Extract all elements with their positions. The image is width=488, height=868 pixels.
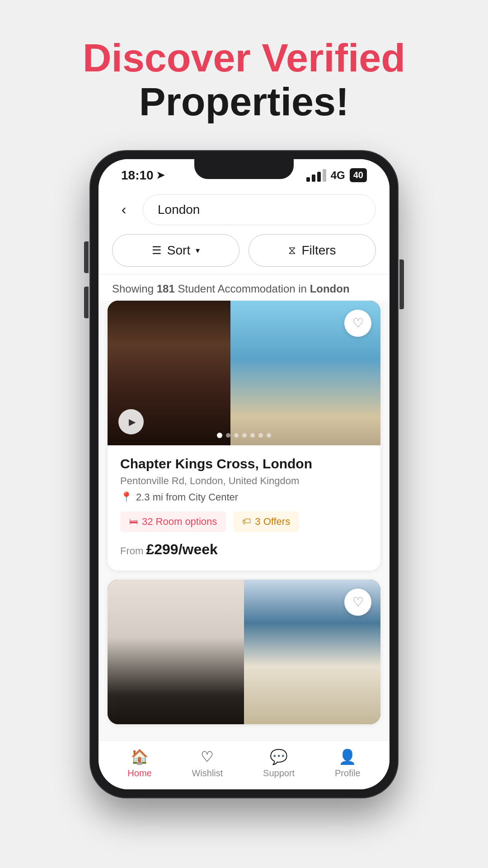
home-icon: 🏠 [131, 748, 149, 765]
search-section: ‹ London [99, 187, 389, 225]
sort-label: Sort [167, 243, 190, 258]
dot-2 [226, 433, 230, 438]
nav-item-profile[interactable]: 👤 Profile [335, 748, 361, 778]
nav-item-home[interactable]: 🏠 Home [127, 748, 151, 778]
dot-5 [250, 433, 255, 438]
nav-label-support: Support [263, 768, 295, 778]
card-info-1: Chapter Kings Cross, London Pentonville … [108, 445, 380, 571]
nav-item-support[interactable]: 💬 Support [263, 748, 295, 778]
phone-frame: 18:10 ➤ 4G 40 ‹ London [90, 151, 398, 797]
battery-indicator: 40 [350, 168, 367, 182]
nav-item-wishlist[interactable]: ♡ Wishlist [192, 748, 223, 778]
tag-icon: 🏷 [242, 516, 251, 527]
dot-4 [242, 433, 247, 438]
content-scroll: ▶ ♡ Chapter Ki [99, 301, 389, 741]
card-image-wrapper-2: ♡ [108, 580, 380, 724]
profile-icon: 👤 [338, 748, 357, 765]
search-input[interactable]: London [143, 194, 376, 225]
wishlist-button-1[interactable]: ♡ [344, 310, 371, 337]
card-image-2-left [108, 580, 244, 724]
heading-line1: Discover Verified [83, 36, 405, 80]
dot-1 [217, 433, 222, 438]
card-price-1: From £299/week [120, 541, 368, 558]
search-value: London [158, 203, 200, 217]
wishlist-icon: ♡ [201, 748, 214, 765]
location-arrow-icon: ➤ [156, 170, 164, 181]
property-card-2[interactable]: ♡ [108, 580, 380, 724]
nav-label-profile: Profile [335, 768, 361, 778]
tag-offers-1: 🏷 3 Offers [233, 511, 299, 532]
heart-icon-1: ♡ [352, 316, 364, 330]
status-time: 18:10 ➤ [121, 168, 164, 183]
card-image-1 [108, 301, 380, 445]
phone-notch [194, 159, 294, 179]
dot-6 [258, 433, 263, 438]
tag-rooms-1: 🛏 32 Room options [120, 511, 226, 532]
property-card-1[interactable]: ▶ ♡ Chapter Ki [108, 301, 380, 571]
filters-button[interactable]: ⧖ Filters [249, 234, 376, 267]
filter-row: ☰ Sort ▾ ⧖ Filters [99, 225, 389, 274]
nav-label-home: Home [127, 768, 151, 778]
price-value-1: £299/week [146, 541, 217, 557]
back-button[interactable]: ‹ [112, 198, 136, 222]
card-image-2 [108, 580, 380, 724]
nav-label-wishlist: Wishlist [192, 768, 223, 778]
bottom-nav: 🏠 Home ♡ Wishlist 💬 Support 👤 Profile [99, 741, 389, 789]
sort-button[interactable]: ☰ Sort ▾ [112, 234, 239, 267]
bed-icon: 🛏 [129, 516, 138, 527]
network-label: 4G [331, 169, 345, 182]
play-button-1[interactable]: ▶ [118, 409, 144, 434]
dot-7 [267, 433, 271, 438]
sort-icon: ☰ [152, 244, 162, 257]
heart-icon-2: ♡ [352, 594, 364, 609]
card-image-wrapper-1: ▶ ♡ [108, 301, 380, 445]
card-address-1: Pentonville Rd, London, United Kingdom [120, 475, 368, 487]
card-title-1: Chapter Kings Cross, London [120, 456, 368, 472]
phone-screen: 18:10 ➤ 4G 40 ‹ London [99, 159, 389, 789]
status-right: 4G 40 [306, 168, 367, 182]
filters-label: Filters [301, 243, 336, 258]
support-icon: 💬 [270, 748, 288, 765]
card-tags-1: 🛏 32 Room options 🏷 3 Offers [120, 511, 368, 532]
dot-3 [234, 433, 239, 438]
heading-line2: Properties! [83, 80, 405, 124]
play-icon: ▶ [129, 416, 136, 427]
back-icon: ‹ [122, 201, 127, 218]
sort-chevron-icon: ▾ [196, 245, 200, 255]
image-dots-1 [217, 433, 271, 438]
location-pin-icon-1: 📍 [120, 491, 132, 503]
wishlist-button-2[interactable]: ♡ [344, 589, 371, 616]
showing-text: Showing 181 Student Accommodation in Lon… [99, 274, 389, 301]
card-distance-1: 📍 2.3 mi from City Center [120, 491, 368, 503]
page-heading: Discover Verified Properties! [83, 36, 405, 124]
signal-bars [306, 169, 326, 182]
filter-icon: ⧖ [288, 244, 296, 257]
